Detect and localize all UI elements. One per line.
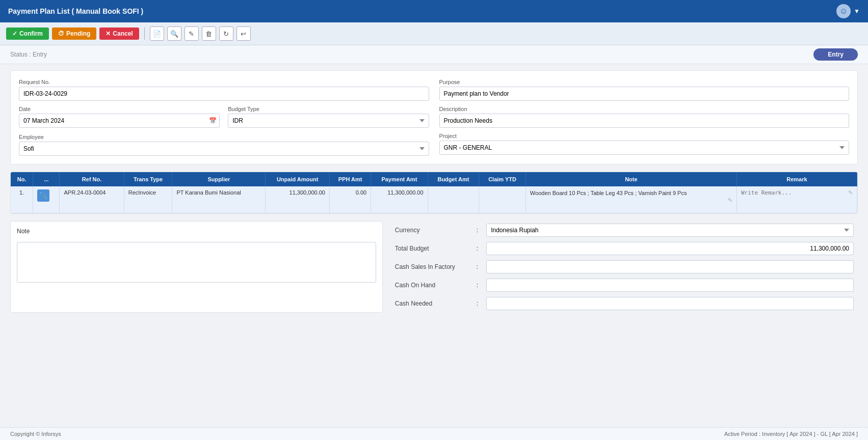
col-no: No. bbox=[11, 172, 33, 186]
col-pph-amt: PPH Amt bbox=[329, 172, 371, 186]
table-row: 1. 📎 APR.24-03-0004 RecInvoice PT Karana… bbox=[11, 186, 857, 213]
header: Payment Plan List ( Manual Book SOFI ) ☺… bbox=[0, 0, 868, 22]
main-content: Request No. Date 📅 Budget Type bbox=[0, 64, 868, 326]
col-remark: Remark bbox=[737, 172, 857, 186]
col-trans-type: Trans Type bbox=[124, 172, 172, 186]
cash-needed-label: Cash Needed bbox=[391, 294, 472, 313]
cell-remark: ✎ bbox=[737, 186, 857, 213]
cash-sales-label: Cash Sales In Factory bbox=[391, 258, 472, 276]
cancel-button[interactable]: ✕ Cancel bbox=[99, 28, 139, 40]
payment-table: No. ... Ref No. Trans Type Supplier Unpa… bbox=[11, 172, 857, 213]
cell-no: 1. bbox=[11, 186, 33, 213]
description-input[interactable] bbox=[439, 114, 850, 128]
back-icon-button[interactable]: ↩ bbox=[236, 26, 251, 41]
cash-sales-row: Cash Sales In Factory : bbox=[391, 258, 858, 276]
refresh-icon-button[interactable]: ↻ bbox=[219, 26, 233, 41]
currency-label: Currency bbox=[391, 221, 472, 239]
currency-select[interactable]: Indonesia Rupiah bbox=[486, 224, 854, 237]
status-label: Status : Entry bbox=[10, 51, 47, 58]
divider bbox=[144, 28, 145, 40]
col-payment-amt: Payment Amt bbox=[371, 172, 428, 186]
user-avatar-icon: ☺ bbox=[836, 4, 851, 18]
cash-needed-value-cell bbox=[482, 294, 858, 313]
currency-value-cell: Indonesia Rupiah bbox=[482, 221, 858, 239]
cash-sales-value-cell bbox=[482, 258, 858, 276]
page-title: Payment Plan List ( Manual Book SOFI ) bbox=[8, 7, 143, 15]
document-icon-button[interactable]: 📄 bbox=[150, 26, 164, 41]
cell-payment-amt: 11,300,000.00 bbox=[371, 186, 428, 213]
note-card: Note bbox=[10, 221, 383, 313]
employee-select[interactable]: Sofi bbox=[19, 142, 429, 156]
cash-on-hand-value-cell bbox=[482, 276, 858, 294]
purpose-input[interactable] bbox=[439, 87, 850, 101]
entry-badge: Entry bbox=[813, 48, 858, 61]
form-card: Request No. Date 📅 Budget Type bbox=[10, 70, 858, 164]
search-icon-button[interactable]: 🔍 bbox=[167, 26, 181, 41]
user-menu[interactable]: ☺ ▼ bbox=[836, 4, 860, 18]
cash-on-hand-colon: : bbox=[472, 276, 482, 294]
total-budget-input[interactable] bbox=[486, 242, 854, 255]
cash-needed-row: Cash Needed : bbox=[391, 294, 858, 313]
cell-attach: 📎 bbox=[33, 186, 60, 213]
total-budget-row: Total Budget : bbox=[391, 239, 858, 258]
x-icon: ✕ bbox=[106, 30, 111, 37]
checkmark-icon: ✓ bbox=[12, 30, 17, 37]
summary-table: Currency : Indonesia Rupiah Total Budget… bbox=[391, 221, 858, 313]
request-no-label: Request No. bbox=[19, 79, 429, 85]
cell-unpaid-amount: 11,300,000.00 bbox=[266, 186, 330, 213]
cell-pph-amt: 0.00 bbox=[329, 186, 371, 213]
project-select[interactable]: GNR - GENERAL bbox=[439, 141, 850, 155]
description-label: Description bbox=[439, 106, 850, 112]
col-attach: ... bbox=[33, 172, 60, 186]
toolbar: ✓ Confirm ⏱ Pending ✕ Cancel 📄 🔍 ✎ 🗑 ↻ ↩ bbox=[0, 22, 868, 45]
cell-trans-type: RecInvoice bbox=[124, 186, 172, 213]
remark-edit-icon: ✎ bbox=[848, 189, 853, 196]
date-label: Date bbox=[19, 106, 220, 112]
form-right-col: Purpose Description Project GNR - GENERA… bbox=[439, 79, 850, 156]
budget-type-select[interactable]: IDR bbox=[228, 114, 429, 128]
data-table-section: No. ... Ref No. Trans Type Supplier Unpa… bbox=[10, 172, 858, 214]
cash-needed-colon: : bbox=[472, 294, 482, 313]
currency-row: Currency : Indonesia Rupiah bbox=[391, 221, 858, 239]
clock-icon: ⏱ bbox=[58, 30, 64, 37]
confirm-button[interactable]: ✓ Confirm bbox=[6, 28, 49, 40]
cell-ref-no: APR.24-03-0004 bbox=[60, 186, 124, 213]
col-note: Note bbox=[525, 172, 737, 186]
bottom-section: Note Currency : Indonesia Rupiah Total B… bbox=[10, 221, 858, 313]
cell-supplier: PT Karana Bumi Nasional bbox=[172, 186, 266, 213]
employee-label: Employee bbox=[19, 134, 429, 140]
col-unpaid-amount: Unpaid Amount bbox=[266, 172, 330, 186]
date-input[interactable] bbox=[19, 114, 220, 128]
col-supplier: Supplier bbox=[172, 172, 266, 186]
cash-sales-colon: : bbox=[472, 258, 482, 276]
remark-textarea[interactable] bbox=[741, 189, 846, 210]
col-budget-amt: Budget Amt bbox=[428, 172, 479, 186]
col-claim-ytd: Claim YTD bbox=[479, 172, 526, 186]
request-no-input[interactable] bbox=[19, 87, 429, 101]
cash-needed-input[interactable] bbox=[486, 297, 854, 310]
budget-type-label: Budget Type bbox=[228, 106, 429, 112]
cash-sales-input[interactable] bbox=[486, 260, 854, 273]
cell-note: Wooden Board 10 Pcs ; Table Leg 43 Pcs ;… bbox=[525, 186, 737, 213]
delete-icon-button[interactable]: 🗑 bbox=[202, 26, 216, 41]
total-budget-colon: : bbox=[472, 239, 482, 258]
cash-on-hand-input[interactable] bbox=[486, 279, 854, 292]
edit-icon-button[interactable]: ✎ bbox=[185, 26, 199, 41]
note-textarea[interactable] bbox=[17, 242, 376, 283]
status-bar: Status : Entry Entry bbox=[0, 45, 868, 64]
cash-on-hand-label: Cash On Hand bbox=[391, 276, 472, 294]
note-edit-icon: ✎ bbox=[728, 197, 732, 203]
calendar-icon: 📅 bbox=[209, 117, 217, 124]
pending-button[interactable]: ⏱ Pending bbox=[52, 28, 96, 40]
note-section-label: Note bbox=[17, 228, 30, 235]
summary-section: Currency : Indonesia Rupiah Total Budget… bbox=[391, 221, 858, 313]
cash-on-hand-row: Cash On Hand : bbox=[391, 276, 858, 294]
purpose-label: Purpose bbox=[439, 79, 850, 85]
attach-button[interactable]: 📎 bbox=[37, 189, 49, 202]
total-budget-value-cell bbox=[482, 239, 858, 258]
project-label: Project bbox=[439, 133, 850, 139]
total-budget-label: Total Budget bbox=[391, 239, 472, 258]
user-dropdown-arrow: ▼ bbox=[854, 8, 860, 15]
cell-claim-ytd bbox=[479, 186, 526, 213]
currency-colon: : bbox=[472, 221, 482, 239]
